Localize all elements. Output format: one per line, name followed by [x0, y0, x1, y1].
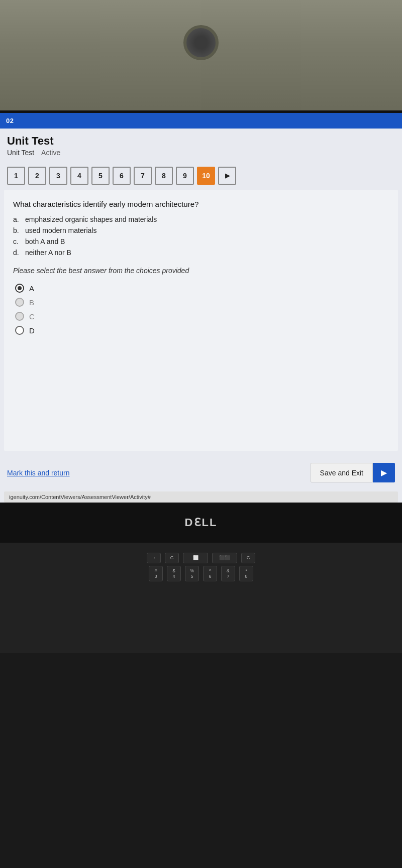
radio-option-c[interactable]: C	[15, 312, 389, 321]
radio-label-a: A	[29, 284, 34, 293]
q-btn-next[interactable]: ▶	[218, 167, 236, 185]
physical-top	[0, 0, 402, 110]
question-nav: 1 2 3 4 5 6 7 8 9 10 ▶	[0, 164, 402, 190]
radio-label-d: D	[29, 326, 35, 335]
answer-b-letter: b.	[13, 226, 21, 234]
next-button[interactable]: ▶	[373, 463, 395, 482]
q-btn-7[interactable]: 7	[134, 167, 152, 185]
radio-option-d[interactable]: D	[15, 326, 389, 335]
key-percent[interactable]: % 5	[185, 566, 199, 582]
radio-options: A B C D	[15, 284, 389, 335]
key-c1[interactable]: C	[165, 553, 179, 563]
unit-test-header: Unit Test Unit Test Active	[0, 129, 402, 164]
answer-b-text: used modern materials	[25, 226, 96, 234]
dell-area: DƐLL	[0, 503, 402, 543]
answer-c: c. both A and B	[13, 237, 389, 245]
q-btn-9[interactable]: 9	[176, 167, 194, 185]
answer-a-letter: a.	[13, 215, 21, 223]
radio-circle-c	[15, 312, 24, 321]
question-text: What characteristics identify early mode…	[13, 199, 389, 209]
answer-d-letter: d.	[13, 249, 21, 257]
key-square[interactable]: ⬜	[183, 553, 208, 563]
action-bar: Mark this and return Save and Exit ▶	[0, 456, 402, 489]
screen: 02 Unit Test Unit Test Active 1 2 3 4 5 …	[0, 110, 402, 543]
keyboard-area: → C ⬜ ⬛⬛ C # 3 $ 4 % 5 ^ 6	[20, 548, 382, 589]
dell-logo: DƐLL	[185, 516, 218, 529]
answer-d: d. neither A nor B	[13, 249, 389, 257]
key-dollar[interactable]: $ 4	[167, 566, 181, 582]
q-btn-10[interactable]: 10	[197, 167, 215, 185]
answer-b: b. used modern materials	[13, 226, 389, 234]
key-asterisk[interactable]: * 8	[239, 566, 253, 582]
key-ampersand[interactable]: & 7	[221, 566, 235, 582]
radio-circle-d	[15, 326, 24, 335]
q-btn-1[interactable]: 1	[7, 167, 25, 185]
radio-label-c: C	[29, 312, 35, 321]
question-box: What characteristics identify early mode…	[4, 190, 398, 451]
answer-d-text: neither A nor B	[25, 249, 71, 257]
answer-a-text: emphasized organic shapes and materials	[25, 215, 157, 223]
header-bar: 02	[0, 113, 402, 129]
q-btn-2[interactable]: 2	[28, 167, 46, 185]
q-btn-4[interactable]: 4	[70, 167, 88, 185]
action-buttons: Save and Exit ▶	[311, 463, 395, 482]
url-bar: igenuity.com/ContentViewers/AssessmentVi…	[4, 491, 398, 503]
page-subtitle: Unit Test Active	[7, 149, 395, 157]
radio-label-b: B	[29, 298, 34, 307]
page-title: Unit Test	[7, 135, 395, 148]
header-label: 02	[6, 117, 14, 125]
content-area: Unit Test Unit Test Active 1 2 3 4 5 6 7…	[0, 129, 402, 503]
q-btn-5[interactable]: 5	[91, 167, 110, 185]
radio-circle-a	[15, 284, 24, 293]
key-rect[interactable]: ⬛⬛	[212, 553, 237, 563]
radio-option-b[interactable]: B	[15, 298, 389, 307]
q-btn-3[interactable]: 3	[49, 167, 67, 185]
key-caret[interactable]: ^ 6	[203, 566, 217, 582]
key-c2[interactable]: C	[241, 553, 255, 563]
kb-row-numbers: # 3 $ 4 % 5 ^ 6 & 7 * 8	[20, 566, 382, 582]
save-exit-button[interactable]: Save and Exit	[311, 463, 373, 482]
q-btn-8[interactable]: 8	[155, 167, 173, 185]
laptop-bottom: → C ⬜ ⬛⬛ C # 3 $ 4 % 5 ^ 6	[0, 543, 402, 653]
answer-list: a. emphasized organic shapes and materia…	[13, 215, 389, 257]
answer-c-letter: c.	[13, 237, 21, 245]
instruction-text: Please select the best answer from the c…	[13, 267, 389, 275]
status-badge: Active	[41, 149, 60, 157]
mark-return-link[interactable]: Mark this and return	[7, 469, 70, 477]
key-arrow[interactable]: →	[147, 553, 161, 563]
key-hash[interactable]: # 3	[149, 566, 163, 582]
answer-c-text: both A and B	[25, 237, 65, 245]
dell-logo-text: DƐLL	[185, 516, 218, 529]
url-text: igenuity.com/ContentViewers/AssessmentVi…	[9, 494, 151, 500]
subtitle-label: Unit Test	[7, 149, 34, 157]
q-btn-6[interactable]: 6	[113, 167, 131, 185]
radio-option-a[interactable]: A	[15, 284, 389, 293]
kb-row-icons: → C ⬜ ⬛⬛ C	[20, 553, 382, 563]
webcam	[183, 25, 219, 60]
radio-circle-b	[15, 298, 24, 307]
answer-a: a. emphasized organic shapes and materia…	[13, 215, 389, 223]
